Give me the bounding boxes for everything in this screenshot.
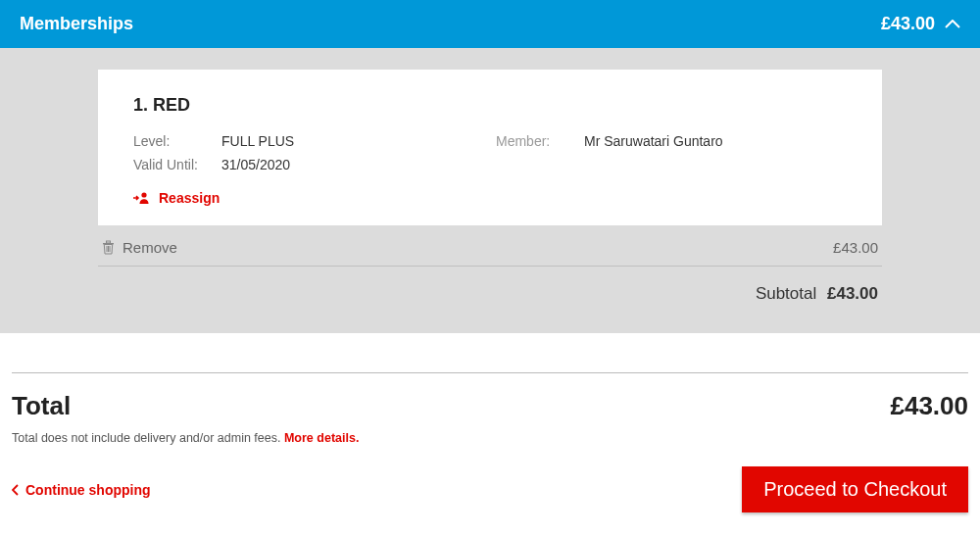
panel-header-right: £43.00 <box>881 14 960 34</box>
remove-button[interactable]: Remove <box>102 239 177 256</box>
valid-until-value: 31/05/2020 <box>221 157 496 172</box>
panel-header-amount: £43.00 <box>881 14 935 34</box>
continue-shopping-label: Continue shopping <box>25 482 151 498</box>
total-note: Total does not include delivery and/or a… <box>0 427 980 466</box>
reassign-button[interactable]: Reassign <box>133 190 847 206</box>
member-label: Member: <box>496 133 584 149</box>
footer-row: Continue shopping Proceed to Checkout <box>0 466 980 526</box>
svg-point-0 <box>141 192 146 197</box>
subtotal-label: Subtotal <box>756 284 816 303</box>
details-row: Level: FULL PLUS Member: Mr Saruwatari G… <box>133 133 847 149</box>
reassign-icon <box>133 191 151 205</box>
item-title: 1. RED <box>133 95 847 116</box>
details-row: Valid Until: 31/05/2020 <box>133 157 847 172</box>
level-label: Level: <box>133 133 221 149</box>
total-amount: £43.00 <box>890 391 968 421</box>
level-value: FULL PLUS <box>221 133 496 149</box>
remove-label: Remove <box>122 239 177 256</box>
trash-icon <box>102 240 115 255</box>
subtotal-row: Subtotal £43.00 <box>98 267 882 304</box>
panel-title: Memberships <box>20 14 133 34</box>
more-details-link[interactable]: More details. <box>284 431 359 445</box>
membership-item-card: 1. RED Level: FULL PLUS Member: Mr Saruw… <box>98 70 882 225</box>
valid-until-label: Valid Until: <box>133 157 221 172</box>
svg-rect-2 <box>107 241 111 243</box>
continue-shopping-link[interactable]: Continue shopping <box>12 482 151 498</box>
total-row: Total £43.00 <box>0 373 980 427</box>
reassign-label: Reassign <box>159 190 220 206</box>
chevron-left-icon <box>12 484 20 496</box>
member-value: Mr Saruwatari Guntaro <box>584 133 723 149</box>
total-label: Total <box>12 391 71 421</box>
item-price: £43.00 <box>833 239 878 256</box>
memberships-panel-body: 1. RED Level: FULL PLUS Member: Mr Saruw… <box>0 48 980 333</box>
item-footer-row: Remove £43.00 <box>98 229 882 267</box>
proceed-checkout-button[interactable]: Proceed to Checkout <box>742 466 968 512</box>
memberships-panel-header[interactable]: Memberships £43.00 <box>0 0 980 48</box>
subtotal-amount: £43.00 <box>827 284 878 303</box>
chevron-up-icon <box>945 20 960 29</box>
note-text: Total does not include delivery and/or a… <box>12 431 284 445</box>
